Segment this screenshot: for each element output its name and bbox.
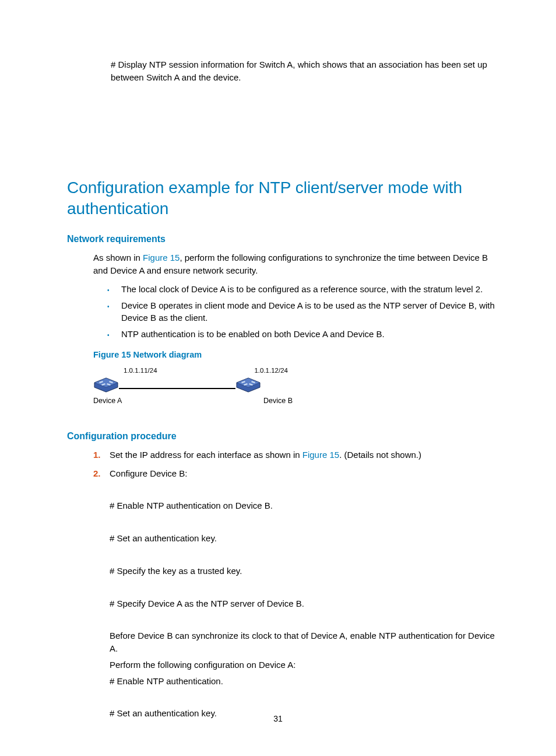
text: . (Details not shown.) (339, 450, 421, 460)
requirements-list: The local clock of Device A is to be con… (105, 283, 504, 341)
step-number: 1. (93, 449, 101, 461)
step-2: 2. Configure Device B: # Enable NTP auth… (93, 467, 504, 720)
netreq-lead: As shown in Figure 15, perform the follo… (93, 251, 504, 277)
list-item: Device B operates in client mode and Dev… (105, 299, 504, 325)
intro-paragraph: # Display NTP session information for Sw… (111, 58, 504, 84)
figure-caption: Figure 15 Network diagram (93, 349, 509, 361)
cmd-line: # Enable NTP authentication. (110, 675, 504, 688)
device-b-label: Device B (263, 396, 293, 406)
subsection-config-procedure: Configuration procedure (67, 429, 509, 443)
switch-icon (235, 377, 261, 393)
step-number: 2. (93, 467, 101, 480)
list-item: NTP authentication is to be enabled on b… (105, 328, 504, 341)
figure-15-link[interactable]: Figure 15 (143, 253, 180, 262)
subsection-network-requirements: Network requirements (67, 232, 509, 246)
text: As shown in (93, 253, 143, 262)
switch-icon (93, 377, 119, 393)
cmd-line: # Specify the key as a trusted key. (110, 565, 504, 578)
link-line (119, 388, 235, 389)
section-heading: Configuration example for NTP client/ser… (67, 177, 509, 220)
page-number: 31 (0, 713, 556, 724)
cmd-line: # Set an authentication key. (110, 532, 504, 545)
note-paragraph: Before Device B can synchronize its cloc… (110, 629, 504, 655)
cmd-line: # Specify Device A as the NTP server of … (110, 597, 504, 610)
figure-15-link[interactable]: Figure 15 (302, 450, 339, 460)
ip-label-a: 1.0.1.11/24 (124, 366, 157, 376)
network-diagram: 1.0.1.11/24 1.0.1.12/24 Device A Devi (93, 366, 509, 406)
list-item: The local clock of Device A is to be con… (105, 283, 504, 296)
text: Set the IP address for each interface as… (110, 450, 302, 460)
procedure-list: 1. Set the IP address for each interface… (93, 449, 504, 720)
note-paragraph: Perform the following configuration on D… (110, 659, 504, 671)
device-a-label: Device A (93, 396, 122, 406)
ip-label-b: 1.0.1.12/24 (254, 366, 288, 376)
cmd-line: # Enable NTP authentication on Device B. (110, 499, 504, 512)
step-header: Configure Device B: (110, 467, 504, 480)
step-1: 1. Set the IP address for each interface… (93, 449, 504, 461)
